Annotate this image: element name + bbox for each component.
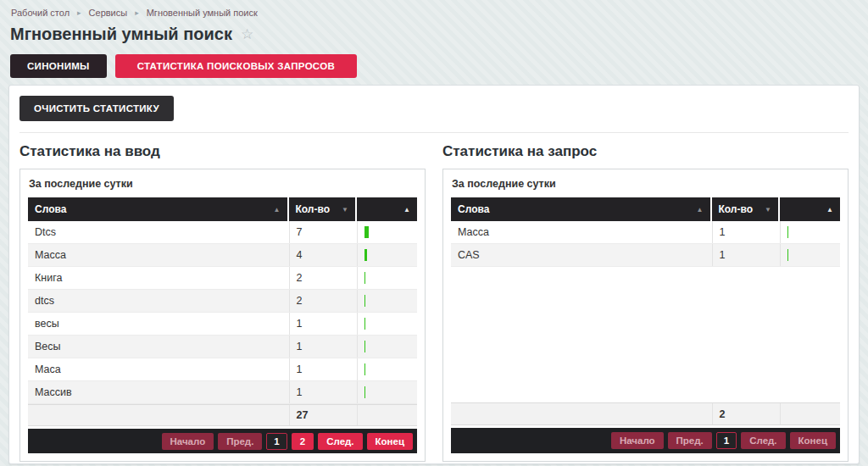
sort-asc-icon: ▲ [403,206,410,214]
word-cell: Dtcs [28,221,289,243]
section-input-statistics: Статистика на ввод За последние сутки Сл… [19,141,426,462]
section-title: Статистика на запрос [442,143,849,160]
breadcrumb-separator-icon: ▸ [135,8,139,17]
sort-desc-icon: ▼ [765,206,771,214]
table-header: Слова ▲ Кол-во ▼ ▲ [451,197,840,221]
column-header-bar[interactable]: ▲ [780,197,840,221]
count-bar [364,249,367,261]
bar-cell [357,290,417,312]
pagination-bar: НачалоПред.12След.Конец [28,429,417,453]
word-cell: Массив [28,381,289,403]
statistics-box: За последние сутки Слова ▲ Кол-во ▼ ▲ Dt… [19,169,426,462]
count-cell: 2 [289,267,357,289]
count-cell: 1 [289,381,357,403]
column-header-words[interactable]: Слова ▲ [28,197,289,221]
count-cell: 4 [289,244,357,266]
table-row: Книга2 [28,267,417,290]
count-bar [364,272,366,284]
count-cell: 7 [289,221,357,243]
breadcrumb-item-current[interactable]: Мгновенный умный поиск [147,8,258,18]
bar-cell [357,313,417,335]
bar-cell [357,267,417,289]
divider [19,132,849,133]
count-bar [787,249,789,261]
pager-prev-button: Пред. [218,433,262,450]
footer-empty-cell [451,403,712,424]
count-cell: 1 [289,313,357,335]
pager-last-button[interactable]: Конец [367,433,413,450]
table-body: Dtcs7Масса4Книга2dtcs2весы1Весы1Маса1Мас… [28,221,417,404]
column-header-count[interactable]: Кол-во ▼ [289,197,357,221]
count-bar [364,226,369,238]
pager-first-button: Начало [611,432,664,449]
count-bar [364,363,366,375]
tab-search-query-stats[interactable]: СТАТИСТИКА ПОИСКОВЫХ ЗАПРОСОВ [115,54,357,78]
breadcrumb: Рабочий стол ▸ Сервисы ▸ Мгновенный умны… [0,0,868,18]
favorite-star-icon[interactable]: ☆ [241,25,253,43]
count-cell: 2 [289,290,357,312]
section-title: Статистика на ввод [19,143,426,160]
table-row: Маса1 [28,358,417,381]
title-row: Мгновенный умный поиск ☆ [0,18,868,44]
column-header-words[interactable]: Слова ▲ [451,197,712,221]
tabs-bar: СИНОНИМЫ СТАТИСТИКА ПОИСКОВЫХ ЗАПРОСОВ [0,44,868,78]
section-query-statistics: Статистика на запрос За последние сутки … [442,141,849,462]
count-cell: 1 [289,336,357,358]
word-cell: Масса [28,244,289,266]
pager-page-1-button[interactable]: 1 [716,432,737,449]
count-bar [364,341,366,352]
column-header-label: Кол-во [719,203,754,215]
count-cell: 1 [712,221,780,243]
pager-page-1-button[interactable]: 1 [266,433,287,450]
period-label: За последние сутки [452,178,840,190]
count-cell: 1 [289,358,357,380]
pager-last-button: Конец [790,432,836,449]
sort-asc-icon: ▲ [826,206,833,214]
table-row: CAS1 [451,244,840,267]
bar-cell [357,381,417,403]
table-row: Dtcs7 [28,221,417,244]
table-row: Массив1 [28,381,417,404]
word-cell: dtcs [28,290,289,312]
footer-empty-cell [357,405,417,425]
statistics-sections: Статистика на ввод За последние сутки Сл… [19,141,849,462]
bar-cell [357,336,417,358]
bar-cell [780,244,840,266]
pager-next-button: След. [741,432,785,449]
pager-prev-button: Пред. [668,432,712,449]
table-row: dtcs2 [28,290,417,313]
pager-page-2-button[interactable]: 2 [292,433,314,450]
pager-first-button: Начало [162,433,214,450]
word-cell: Книга [28,267,289,289]
breadcrumb-separator-icon: ▸ [77,8,81,17]
pager-next-button[interactable]: След. [318,433,362,450]
table-body: Масса1CAS1 [451,221,840,267]
word-cell: весы [28,313,289,335]
count-bar [364,386,366,398]
clear-statistics-button[interactable]: ОЧИСТИТЬ СТАТИСТИКУ [19,96,174,121]
word-cell: CAS [451,244,712,266]
table-row: весы1 [28,313,417,336]
bar-cell [357,221,417,243]
table-row: Масса4 [28,244,417,267]
table-footer: 2 [451,402,840,425]
main-panel: ОЧИСТИТЬ СТАТИСТИКУ Статистика на ввод З… [8,85,860,464]
table-footer: 27 [28,404,417,426]
count-cell: 1 [712,244,780,266]
table-header: Слова ▲ Кол-во ▼ ▲ [28,197,417,221]
column-header-label: Кол-во [296,203,331,215]
count-bar [787,226,789,238]
sort-desc-icon: ▼ [342,206,348,214]
tab-synonyms[interactable]: СИНОНИМЫ [10,54,107,78]
breadcrumb-item-desktop[interactable]: Рабочий стол [11,8,70,18]
pagination-bar: НачалоПред.1След.Конец [451,428,840,453]
table-filler [451,267,840,402]
column-header-label: Слова [35,203,66,215]
word-cell: Масса [451,221,712,243]
breadcrumb-item-services[interactable]: Сервисы [89,8,128,18]
bar-cell [780,221,840,243]
column-header-count[interactable]: Кол-во ▼ [712,197,780,221]
column-header-bar[interactable]: ▲ [357,197,417,221]
column-header-label: Слова [458,203,489,215]
sort-asc-icon: ▲ [697,206,704,214]
